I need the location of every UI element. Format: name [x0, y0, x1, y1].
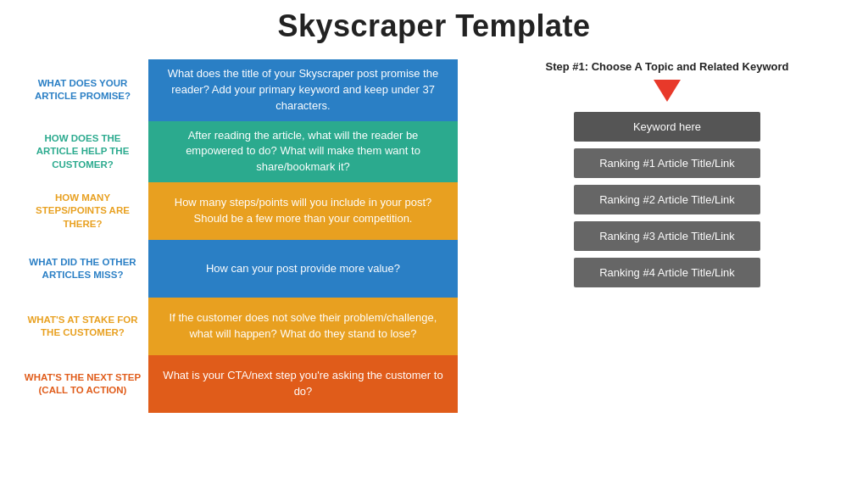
- row-label: WHAT'S AT STAKE FOR THE CUSTOMER?: [17, 298, 148, 355]
- table-row: HOW MANY STEPS/POINTS ARE THERE?How many…: [17, 182, 458, 240]
- row-label: WHAT'S THE NEXT STEP (CALL TO ACTION): [17, 355, 148, 413]
- row-label: WHAT DOES YOUR ARTICLE PROMISE?: [17, 59, 148, 121]
- table-row: HOW DOES THE ARTICLE HELP THE CUSTOMER?A…: [17, 121, 458, 183]
- page-title: Skyscraper Template: [17, 8, 851, 44]
- row-content: How can your post provide more value?: [148, 240, 458, 298]
- ranking-box-1: Ranking #1 Article Title/Link: [574, 148, 760, 178]
- ranking-box-4: Ranking #4 Article Title/Link: [574, 258, 760, 287]
- right-panel: Step #1: Choose A Topic and Related Keyw…: [483, 59, 851, 473]
- row-label: HOW DOES THE ARTICLE HELP THE CUSTOMER?: [17, 121, 148, 183]
- row-label: WHAT DID THE OTHER ARTICLES MISS?: [17, 240, 148, 298]
- row-content: After reading the article, what will the…: [148, 121, 458, 183]
- template-table: WHAT DOES YOUR ARTICLE PROMISE?What does…: [17, 59, 458, 473]
- row-content: What is your CTA/next step you're asking…: [148, 355, 458, 413]
- table-row: WHAT'S THE NEXT STEP (CALL TO ACTION)Wha…: [17, 355, 458, 413]
- row-content: How many steps/points will you include i…: [148, 182, 458, 240]
- ranking-box-2: Ranking #2 Article Title/Link: [574, 185, 760, 214]
- row-content: If the customer does not solve their pro…: [148, 298, 458, 355]
- page: Skyscraper Template WHAT DOES YOUR ARTIC…: [0, 0, 868, 490]
- main-content: WHAT DOES YOUR ARTICLE PROMISE?What does…: [17, 59, 851, 473]
- ranking-box-3: Ranking #3 Article Title/Link: [574, 221, 760, 251]
- row-label: HOW MANY STEPS/POINTS ARE THERE?: [17, 182, 148, 240]
- table-row: WHAT DID THE OTHER ARTICLES MISS?How can…: [17, 240, 458, 298]
- keyword-input-box[interactable]: Keyword here: [574, 112, 760, 142]
- table-row: WHAT'S AT STAKE FOR THE CUSTOMER?If the …: [17, 298, 458, 355]
- step-title: Step #1: Choose A Topic and Related Keyw…: [545, 59, 788, 75]
- row-content: What does the title of your Skyscraper p…: [148, 59, 458, 121]
- table-row: WHAT DOES YOUR ARTICLE PROMISE?What does…: [17, 59, 458, 121]
- arrow-down-icon: [654, 80, 681, 102]
- keyword-boxes: Keyword hereRanking #1 Article Title/Lin…: [574, 112, 760, 287]
